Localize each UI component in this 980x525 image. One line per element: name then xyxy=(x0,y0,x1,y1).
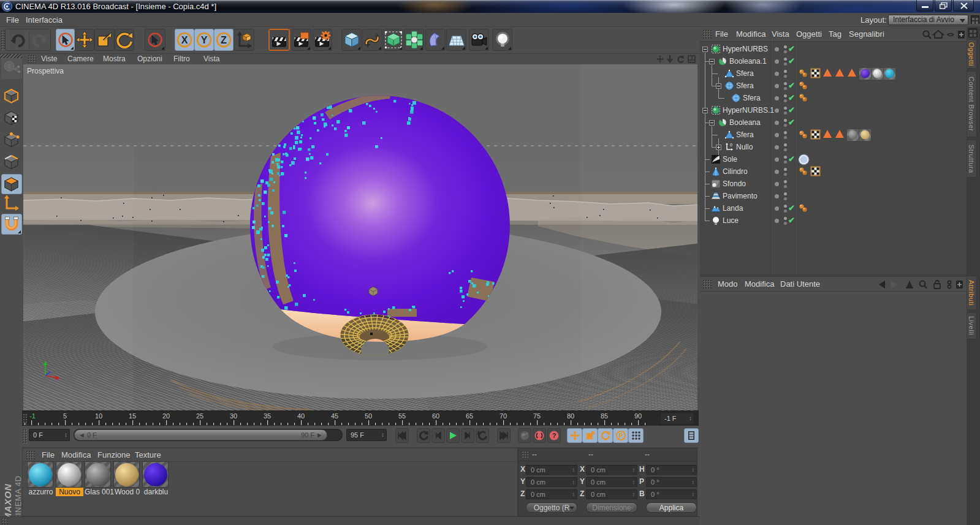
svg-text:P: P xyxy=(618,432,623,439)
svg-text:MAXON: MAXON xyxy=(2,483,13,521)
svg-text:CINEMA 4D: CINEMA 4D xyxy=(13,475,22,521)
svg-text:0: 0 xyxy=(730,143,732,147)
svg-text:Z: Z xyxy=(221,35,227,45)
svg-text:Y: Y xyxy=(201,35,208,45)
svg-text:?: ? xyxy=(552,432,556,439)
svg-text:X: X xyxy=(181,35,188,45)
